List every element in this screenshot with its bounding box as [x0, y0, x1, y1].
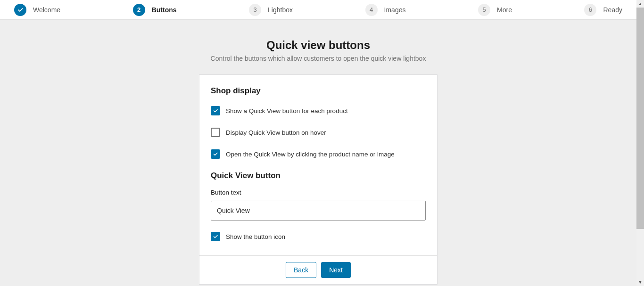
button-text-label: Button text	[211, 189, 426, 196]
checkbox-open-click[interactable]: Open the Quick View by clicking the prod…	[211, 149, 426, 159]
scrollbar-thumb[interactable]	[636, 8, 644, 229]
back-button[interactable]: Back	[286, 262, 316, 278]
step-more[interactable]: 5 More	[478, 4, 512, 16]
button-text-input[interactable]	[211, 201, 426, 221]
step-lightbox[interactable]: 3 Lightbox	[249, 4, 293, 16]
step-label: Lightbox	[268, 6, 293, 14]
step-number: 2	[133, 4, 145, 16]
step-label: Images	[384, 6, 406, 14]
step-label: Buttons	[152, 6, 177, 14]
check-icon	[14, 4, 26, 16]
page-subtitle: Control the buttons which allow customer…	[0, 55, 636, 62]
step-images[interactable]: 4 Images	[365, 4, 406, 16]
step-label: Welcome	[33, 6, 60, 14]
checkbox-icon[interactable]	[211, 232, 220, 241]
step-ready[interactable]: 6 Ready	[584, 4, 622, 16]
checkbox-label: Display Quick View button on hover	[226, 129, 326, 136]
checkbox-label: Open the Quick View by clicking the prod…	[226, 151, 395, 158]
next-button[interactable]: Next	[321, 262, 351, 278]
step-number: 6	[584, 4, 596, 16]
checkbox-show-quickview[interactable]: Show a Quick View button for each produc…	[211, 106, 426, 115]
step-label: More	[497, 6, 512, 14]
wizard-stepper: Welcome 2 Buttons 3 Lightbox 4 Images 5 …	[0, 0, 636, 20]
checkbox-icon[interactable]	[211, 149, 220, 159]
step-welcome[interactable]: Welcome	[14, 4, 60, 16]
step-buttons[interactable]: 2 Buttons	[133, 4, 177, 16]
checkbox-hover-quickview[interactable]: Display Quick View button on hover	[211, 128, 426, 137]
scrollbar[interactable]: ▲ ▼	[636, 0, 644, 286]
settings-card: Shop display Show a Quick View button fo…	[199, 74, 438, 285]
card-body: Shop display Show a Quick View button fo…	[199, 75, 437, 255]
main-content: Quick view buttons Control the buttons w…	[0, 20, 636, 286]
scroll-up-icon[interactable]: ▲	[636, 0, 644, 8]
section-shop-display: Shop display	[211, 86, 426, 96]
section-quickview-button: Quick View button	[211, 171, 426, 180]
page-header: Quick view buttons Control the buttons w…	[0, 39, 636, 62]
checkbox-icon[interactable]	[211, 128, 220, 137]
checkbox-icon[interactable]	[211, 106, 220, 115]
checkbox-label: Show the button icon	[226, 233, 285, 240]
page-title: Quick view buttons	[0, 39, 636, 52]
checkbox-label: Show a Quick View button for each produc…	[226, 107, 348, 114]
card-footer: Back Next	[199, 255, 437, 284]
step-label: Ready	[603, 6, 622, 14]
step-number: 4	[365, 4, 378, 16]
step-number: 3	[249, 4, 261, 16]
checkbox-show-icon[interactable]: Show the button icon	[211, 232, 426, 241]
step-number: 5	[478, 4, 490, 16]
scroll-down-icon[interactable]: ▼	[636, 278, 644, 286]
